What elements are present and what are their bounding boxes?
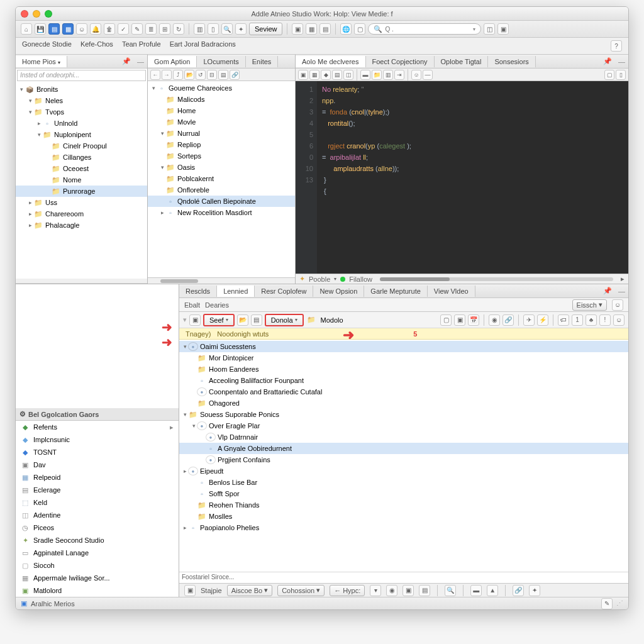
status-pen-icon[interactable]: ✎ xyxy=(601,598,613,609)
status-grip-icon[interactable]: ⋰ xyxy=(616,599,623,608)
tree-row[interactable]: Moslles xyxy=(179,511,628,522)
tool-max-icon[interactable]: ▣ xyxy=(497,23,509,35)
ed-min-icon[interactable]: — xyxy=(615,58,628,65)
crumb-b[interactable]: Noodonigh wtuts xyxy=(217,330,269,338)
bt-h[interactable]: 🏷 xyxy=(558,314,569,326)
tree-row[interactable]: Punrorage xyxy=(16,186,147,197)
ref-icon[interactable]: ↺ xyxy=(196,70,206,80)
side-item[interactable]: ◆TOSNT xyxy=(16,446,179,458)
tool-split-icon[interactable]: ◫ xyxy=(484,23,495,35)
tree-row[interactable]: ▾Goueme Chareoices xyxy=(148,82,295,94)
side-item[interactable]: ▭Agpinateil Lanage xyxy=(16,547,179,559)
min-icon[interactable]: — xyxy=(134,58,147,65)
back-icon[interactable]: ← xyxy=(150,70,160,80)
tool-check-icon[interactable]: ✓ xyxy=(118,23,129,35)
results-tree[interactable]: ▾Oaimi SucesstensMor DintopicerHoom Eand… xyxy=(179,340,628,572)
bt-g[interactable]: ⚡ xyxy=(537,314,548,326)
disclosure-icon[interactable]: ▾ xyxy=(36,131,42,138)
sb-g[interactable]: ▲ xyxy=(487,585,498,596)
bt-k[interactable]: ! xyxy=(599,314,611,326)
btab-0[interactable]: Resclds xyxy=(179,286,217,297)
tree-row[interactable]: Reohen Thiands xyxy=(179,499,628,511)
tree-row[interactable]: ▾Souess Suporable Ponics xyxy=(179,409,628,420)
menu-item[interactable]: Kefe-Chos xyxy=(80,40,113,52)
side-item[interactable]: ⬚Keld xyxy=(16,496,179,509)
side-item[interactable]: ◆Refents▸ xyxy=(16,421,179,433)
disclosure-icon[interactable]: ▾ xyxy=(150,85,157,91)
side-item[interactable]: ◷Piceos xyxy=(16,521,179,534)
filter-input[interactable]: Insted of ondeorphi... xyxy=(17,70,146,81)
donola-button[interactable]: Donola▾ xyxy=(265,314,304,326)
tool-refresh-icon[interactable]: ↻ xyxy=(173,23,184,35)
bt-l[interactable]: ☺ xyxy=(613,314,625,326)
ed-ic7[interactable]: 📁 xyxy=(372,70,382,80)
ed-ic4[interactable]: ▤ xyxy=(332,70,342,80)
tree-row[interactable]: Nome xyxy=(16,174,147,186)
sb-c[interactable]: ▣ xyxy=(402,585,414,596)
sb-e[interactable]: 🔍 xyxy=(445,585,456,596)
btab-4[interactable]: Garle Mepturute xyxy=(364,286,427,297)
tree-row[interactable]: Repliop xyxy=(148,139,295,150)
side-item[interactable]: ▤Eclerage xyxy=(16,484,179,496)
tree-row[interactable]: Prgjient Confains xyxy=(179,454,628,465)
tree-row[interactable]: ▸Eipeudt xyxy=(179,465,628,477)
side-item[interactable]: ▦Relpeoid xyxy=(16,471,179,484)
link-icon[interactable]: 🔗 xyxy=(230,70,240,80)
tree-row[interactable]: Sorteps xyxy=(148,150,295,162)
tree-row[interactable]: Cillanges xyxy=(16,152,147,163)
sb-combo-3[interactable]: ← Hypc: xyxy=(330,585,365,596)
ed-pin-icon[interactable]: 📌 xyxy=(600,57,615,65)
sb-d[interactable]: ▤ xyxy=(419,585,430,596)
subbar-left[interactable]: Ebalt xyxy=(184,301,200,309)
code-editor[interactable]: 12345601013 No releanty; " npp. = fonda … xyxy=(296,81,628,274)
seview-button[interactable]: Seview xyxy=(249,23,282,35)
tool-zoom-icon[interactable]: 🔍 xyxy=(221,23,233,35)
tab-mid-2[interactable]: Enites xyxy=(246,56,279,67)
tree-row[interactable]: ▸New Rocelition Masdiort xyxy=(148,207,295,218)
bt-a[interactable]: ▢ xyxy=(440,314,452,326)
tree-row[interactable]: Cinelr Proopul xyxy=(16,140,147,152)
ed-ic1[interactable]: ▣ xyxy=(298,70,308,80)
tree-row[interactable]: ▾Oaimi Sucesstens xyxy=(179,341,628,352)
subbar-combo[interactable]: Eissch▾ xyxy=(572,299,607,311)
tree-row[interactable]: ▾Nuplonipent xyxy=(16,129,147,140)
tool-pen-icon[interactable]: ✎ xyxy=(131,23,143,35)
ed-ic6[interactable]: ▬ xyxy=(360,70,370,80)
tree-row[interactable]: Ohagored xyxy=(179,397,628,409)
side-item[interactable]: ✦Sradle Seocond Studio xyxy=(16,534,179,547)
tool-b-icon[interactable]: ▦ xyxy=(306,23,317,35)
project-tree[interactable]: ▾Bronits▾Neles▾Tvops▸Unlnold▾Nuplonipent… xyxy=(16,82,147,279)
tree-row[interactable]: ▾Bronits xyxy=(16,84,147,95)
tree-row[interactable]: Home xyxy=(148,105,295,116)
menu-item[interactable]: Tean Profule xyxy=(122,40,161,52)
tool-doc2-icon[interactable]: ▯ xyxy=(208,23,219,35)
tree-row[interactable]: ▸Charereoom xyxy=(16,208,147,219)
bt-d[interactable]: ◉ xyxy=(489,314,500,326)
btab-2[interactable]: Resr Coplofew xyxy=(255,286,313,297)
disclosure-icon[interactable]: ▾ xyxy=(18,86,25,92)
tool-c-icon[interactable]: ▤ xyxy=(319,23,331,35)
tool-grid-icon[interactable]: ▦ xyxy=(62,23,74,35)
btab-pin-icon[interactable]: 📌 xyxy=(600,287,615,295)
tree-row[interactable]: Coonpentalo and Brattariedic Cutafal xyxy=(179,386,628,397)
ed-ic2[interactable]: ▦ xyxy=(309,70,319,80)
tool-list-icon[interactable]: ≣ xyxy=(145,23,157,35)
bt-ic1[interactable]: ▣ xyxy=(189,314,201,326)
side-item[interactable]: ◆Implcnsunic xyxy=(16,433,179,446)
search-input[interactable] xyxy=(385,26,470,33)
panel-resize-handle[interactable] xyxy=(16,279,147,284)
tree-row[interactable]: Oceoest xyxy=(16,163,147,174)
side-item[interactable]: ▣Dav xyxy=(16,458,179,471)
h-scrollbar[interactable] xyxy=(148,277,295,284)
tree-row[interactable]: Onfloreble xyxy=(148,184,295,196)
pin-icon[interactable]: 📌 xyxy=(119,57,134,65)
fold-icon[interactable]: 📂 xyxy=(184,70,194,80)
tool-a-icon[interactable]: ▣ xyxy=(292,23,303,35)
sb-ic1[interactable]: ▣ xyxy=(184,585,196,596)
tool-world-icon[interactable]: 🌐 xyxy=(340,23,352,35)
tab-ed-1[interactable]: Foect Copjectiony xyxy=(366,56,435,67)
tree-row[interactable]: ▾Nurrual xyxy=(148,128,295,139)
tab-ed-3[interactable]: Sonsesiors xyxy=(488,56,535,67)
bt-ic3[interactable]: ▤ xyxy=(251,314,262,326)
filt-icon[interactable]: ▤ xyxy=(218,70,228,80)
